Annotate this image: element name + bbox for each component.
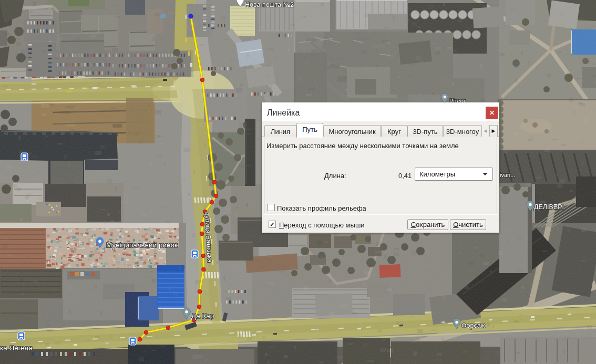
svg-text:Нова пошта №2: Нова пошта №2 — [245, 1, 294, 8]
svg-text:ДЕЛІВЕРІ: ДЕЛІВЕРІ — [534, 203, 564, 211]
svg-text:Форсаж: Форсаж — [461, 322, 486, 329]
svg-text:Муніципальний ринок: Муніципальний ринок — [106, 241, 178, 249]
svg-text:ка Янгеля: ка Янгеля — [0, 344, 33, 352]
svg-text:ivan...: ivan... — [500, 172, 515, 178]
svg-text:Да Кар: Да Кар — [191, 312, 214, 320]
